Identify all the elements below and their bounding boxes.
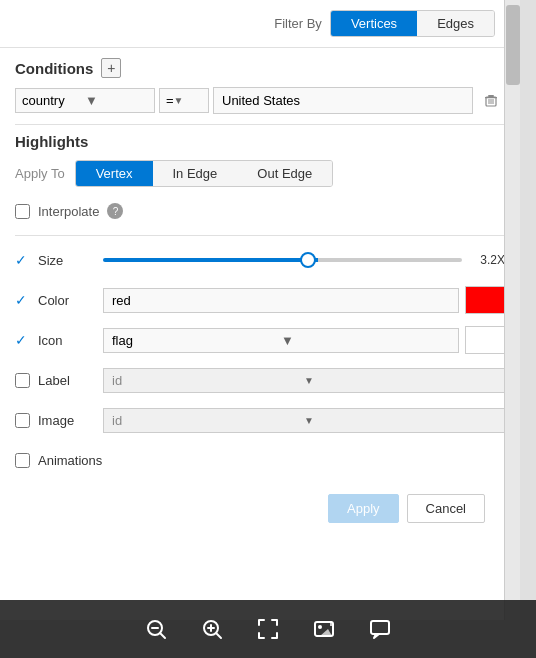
apply-to-toggle-group: Vertex In Edge Out Edge bbox=[75, 160, 334, 187]
highlights-title: Highlights bbox=[15, 133, 505, 150]
icon-dropdown-arrow: ▼ bbox=[281, 333, 450, 348]
condition-field-select[interactable]: country ▼ bbox=[15, 88, 155, 113]
highlights-section: Highlights Apply To Vertex In Edge Out E… bbox=[15, 133, 505, 476]
screenshot-btn[interactable] bbox=[306, 611, 342, 647]
color-check-icon: ✓ bbox=[15, 292, 30, 308]
scrollbar[interactable] bbox=[504, 0, 520, 620]
conditions-title: Conditions bbox=[15, 60, 93, 77]
image-select-value: id bbox=[112, 413, 304, 428]
svg-point-15 bbox=[318, 625, 322, 629]
conditions-header: Conditions + bbox=[15, 58, 505, 78]
comment-btn[interactable] bbox=[362, 611, 398, 647]
trash-icon bbox=[483, 92, 499, 108]
fit-btn[interactable] bbox=[250, 611, 286, 647]
comment-icon bbox=[369, 618, 391, 640]
apply-outedge-btn[interactable]: Out Edge bbox=[237, 161, 332, 186]
label-select-value: id bbox=[112, 373, 304, 388]
label-row: Label id ▼ bbox=[15, 364, 505, 396]
size-slider-value: 3.2X bbox=[470, 253, 505, 267]
condition-value-input[interactable] bbox=[213, 87, 473, 114]
svg-rect-2 bbox=[485, 97, 497, 98]
size-slider-thumb[interactable] bbox=[300, 252, 316, 268]
divider-1 bbox=[15, 124, 505, 125]
animations-prop-label: Animations bbox=[38, 453, 103, 468]
image-prop-label: Image bbox=[38, 413, 103, 428]
condition-row: country ▼ = ▼ bbox=[15, 86, 505, 114]
icon-select[interactable]: flag ▼ bbox=[103, 328, 459, 353]
icon-check-icon: ✓ bbox=[15, 332, 30, 348]
divider-2 bbox=[15, 235, 505, 236]
color-label: Color bbox=[38, 293, 103, 308]
filter-vertices-btn[interactable]: Vertices bbox=[331, 11, 417, 36]
filter-by-label: Filter By bbox=[274, 16, 322, 31]
icon-row: ✓ Icon flag ▼ bbox=[15, 324, 505, 356]
fit-icon bbox=[257, 618, 279, 640]
animations-row: Animations bbox=[15, 444, 505, 476]
size-slider-track[interactable] bbox=[103, 258, 462, 262]
interpolate-label: Interpolate bbox=[38, 204, 99, 219]
size-control: 3.2X bbox=[103, 253, 505, 267]
label-checkbox[interactable] bbox=[15, 373, 30, 388]
help-icon[interactable]: ? bbox=[107, 203, 123, 219]
main-panel: Filter By Vertices Edges Conditions + co… bbox=[0, 0, 520, 620]
apply-to-row: Apply To Vertex In Edge Out Edge bbox=[15, 160, 505, 187]
svg-rect-1 bbox=[488, 95, 494, 97]
zoom-in-icon bbox=[201, 618, 223, 640]
icon-label: Icon bbox=[38, 333, 103, 348]
label-control: id ▼ bbox=[103, 368, 505, 393]
size-row: ✓ Size 3.2X bbox=[15, 244, 505, 276]
size-label: Size bbox=[38, 253, 103, 268]
label-prop-label: Label bbox=[38, 373, 103, 388]
content-area: Conditions + country ▼ = ▼ bbox=[0, 48, 520, 616]
cancel-btn[interactable]: Cancel bbox=[407, 494, 485, 523]
delete-condition-btn[interactable] bbox=[477, 86, 505, 114]
apply-vertex-btn[interactable]: Vertex bbox=[76, 161, 153, 186]
filter-edges-btn[interactable]: Edges bbox=[417, 11, 494, 36]
zoom-out-icon bbox=[145, 618, 167, 640]
svg-rect-16 bbox=[371, 621, 389, 634]
label-dropdown-arrow: ▼ bbox=[304, 375, 496, 386]
zoom-in-btn[interactable] bbox=[194, 611, 230, 647]
filter-by-row: Filter By Vertices Edges bbox=[0, 0, 520, 48]
svg-line-8 bbox=[160, 633, 165, 638]
image-control: id ▼ bbox=[103, 408, 505, 433]
apply-to-label: Apply To bbox=[15, 166, 65, 181]
screenshot-icon bbox=[313, 618, 335, 640]
interpolate-checkbox[interactable] bbox=[15, 204, 30, 219]
color-input[interactable] bbox=[103, 288, 459, 313]
icon-control: flag ▼ bbox=[103, 326, 505, 354]
image-dropdown-arrow: ▼ bbox=[304, 415, 496, 426]
action-buttons-row: Apply Cancel bbox=[15, 484, 505, 533]
color-control bbox=[103, 286, 505, 314]
app-container: Filter By Vertices Edges Conditions + co… bbox=[0, 0, 536, 658]
filter-toggle-group: Vertices Edges bbox=[330, 10, 495, 37]
condition-operator-arrow: ▼ bbox=[174, 95, 184, 106]
svg-marker-14 bbox=[320, 629, 332, 636]
apply-btn[interactable]: Apply bbox=[328, 494, 399, 523]
add-condition-btn[interactable]: + bbox=[101, 58, 121, 78]
animations-checkbox[interactable] bbox=[15, 453, 30, 468]
apply-inedge-btn[interactable]: In Edge bbox=[153, 161, 238, 186]
image-select[interactable]: id ▼ bbox=[103, 408, 505, 433]
svg-line-12 bbox=[216, 633, 221, 638]
scrollbar-thumb[interactable] bbox=[506, 5, 520, 85]
icon-select-value: flag bbox=[112, 333, 281, 348]
zoom-out-btn[interactable] bbox=[138, 611, 174, 647]
icon-swatch[interactable] bbox=[465, 326, 505, 354]
interpolate-row: Interpolate ? bbox=[15, 199, 505, 223]
size-check-icon: ✓ bbox=[15, 252, 30, 268]
condition-operator-select[interactable]: = ▼ bbox=[159, 88, 209, 113]
size-slider-container: 3.2X bbox=[103, 253, 505, 267]
condition-field-arrow: ▼ bbox=[85, 93, 148, 108]
condition-operator-value: = bbox=[166, 93, 174, 108]
image-row: Image id ▼ bbox=[15, 404, 505, 436]
color-row: ✓ Color bbox=[15, 284, 505, 316]
label-select[interactable]: id ▼ bbox=[103, 368, 505, 393]
color-swatch[interactable] bbox=[465, 286, 505, 314]
image-checkbox[interactable] bbox=[15, 413, 30, 428]
condition-field-value: country bbox=[22, 93, 85, 108]
bottom-toolbar bbox=[0, 600, 536, 658]
